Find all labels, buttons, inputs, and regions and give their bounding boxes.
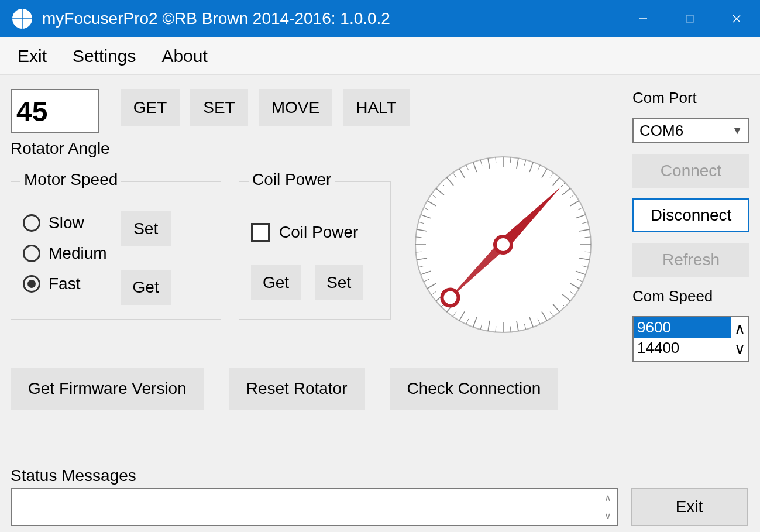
menu-exit[interactable]: Exit <box>18 46 47 66</box>
angle-get-button[interactable]: GET <box>121 89 180 126</box>
action-buttons-row: Get Firmware Version Reset Rotator Check… <box>11 368 558 410</box>
rotator-angle-label: Rotator Angle <box>11 139 110 158</box>
status-text <box>12 489 599 525</box>
coil-power-legend: Coil Power <box>249 170 335 189</box>
com-speed-option[interactable]: 9600 <box>634 317 731 338</box>
scroll-up-icon[interactable]: ∧ <box>734 320 745 338</box>
status-scrollbar[interactable]: ∧ ∨ <box>599 489 617 525</box>
angle-halt-button[interactable]: HALT <box>343 89 410 126</box>
motor-speed-get-button[interactable]: Get <box>121 270 171 305</box>
window-controls <box>620 0 760 37</box>
close-button[interactable] <box>713 0 760 37</box>
window-title: myFocuserPro2 ©RB Brown 2014-2016: 1.0.0… <box>42 9 620 28</box>
exit-button[interactable]: Exit <box>631 488 748 526</box>
scroll-down-icon[interactable]: ∨ <box>734 340 745 358</box>
radio-label: Medium <box>49 244 107 263</box>
get-firmware-button[interactable]: Get Firmware Version <box>11 368 204 410</box>
com-port-value: COM6 <box>639 122 683 140</box>
chevron-down-icon: ▼ <box>732 125 742 137</box>
coil-power-checkbox[interactable]: Coil Power <box>251 223 379 242</box>
motor-speed-slow-radio[interactable]: Slow <box>23 214 107 232</box>
connect-button[interactable]: Connect <box>632 154 749 188</box>
right-panel: Com Port COM6 ▼ Connect Disconnect Refre… <box>632 89 749 362</box>
status-messages-box[interactable]: ∧ ∨ <box>11 488 618 526</box>
radio-label: Fast <box>49 274 80 293</box>
reset-rotator-button[interactable]: Reset Rotator <box>229 368 365 410</box>
coil-power-group: Coil Power Coil Power Get Set <box>239 181 391 320</box>
coil-power-set-button[interactable]: Set <box>315 265 363 300</box>
checkbox-label: Coil Power <box>279 223 358 242</box>
com-speed-label: Com Speed <box>632 287 749 306</box>
check-connection-button[interactable]: Check Connection <box>390 368 559 410</box>
minimize-button[interactable] <box>620 0 666 37</box>
refresh-button[interactable]: Refresh <box>632 243 749 277</box>
com-speed-option[interactable]: 14400 <box>634 338 731 358</box>
motor-speed-legend: Motor Speed <box>20 170 121 189</box>
com-port-label: Com Port <box>632 89 749 107</box>
menu-about[interactable]: About <box>161 46 207 66</box>
angle-block: Rotator Angle <box>11 89 110 158</box>
listbox-scrollbar[interactable]: ∧ ∨ <box>731 317 748 361</box>
motor-speed-medium-radio[interactable]: Medium <box>23 244 107 263</box>
scroll-down-icon[interactable]: ∨ <box>604 510 611 521</box>
menubar: Exit Settings About <box>0 37 760 75</box>
motor-speed-fast-radio[interactable]: Fast <box>23 274 107 293</box>
status-messages-label: Status Messages <box>11 466 748 485</box>
status-section: Status Messages ∧ ∨ Exit <box>11 466 748 526</box>
com-port-combo[interactable]: COM6 ▼ <box>632 118 749 143</box>
menu-settings[interactable]: Settings <box>73 46 136 66</box>
angle-move-button[interactable]: MOVE <box>259 89 332 126</box>
motor-speed-radios: Slow Medium Fast <box>23 211 107 305</box>
scroll-up-icon[interactable]: ∧ <box>604 492 611 503</box>
radio-label: Slow <box>49 214 84 232</box>
app-icon <box>11 7 34 30</box>
content-area: Rotator Angle GET SET MOVE HALT Motor Sp… <box>0 75 760 532</box>
app-window: myFocuserPro2 ©RB Brown 2014-2016: 1.0.0… <box>0 0 760 532</box>
compass-gauge <box>410 151 597 338</box>
com-speed-listbox[interactable]: 9600 14400 ∧ ∨ <box>632 316 749 362</box>
maximize-button[interactable] <box>666 0 713 37</box>
motor-speed-set-button[interactable]: Set <box>121 211 171 246</box>
motor-speed-group: Motor Speed Slow Medium Fast <box>11 181 221 320</box>
disconnect-button[interactable]: Disconnect <box>632 198 749 232</box>
rotator-angle-input[interactable] <box>11 89 99 133</box>
titlebar: myFocuserPro2 ©RB Brown 2014-2016: 1.0.0… <box>0 0 760 37</box>
svg-rect-4 <box>686 15 693 22</box>
angle-set-button[interactable]: SET <box>190 89 247 126</box>
coil-power-get-button[interactable]: Get <box>251 265 301 300</box>
